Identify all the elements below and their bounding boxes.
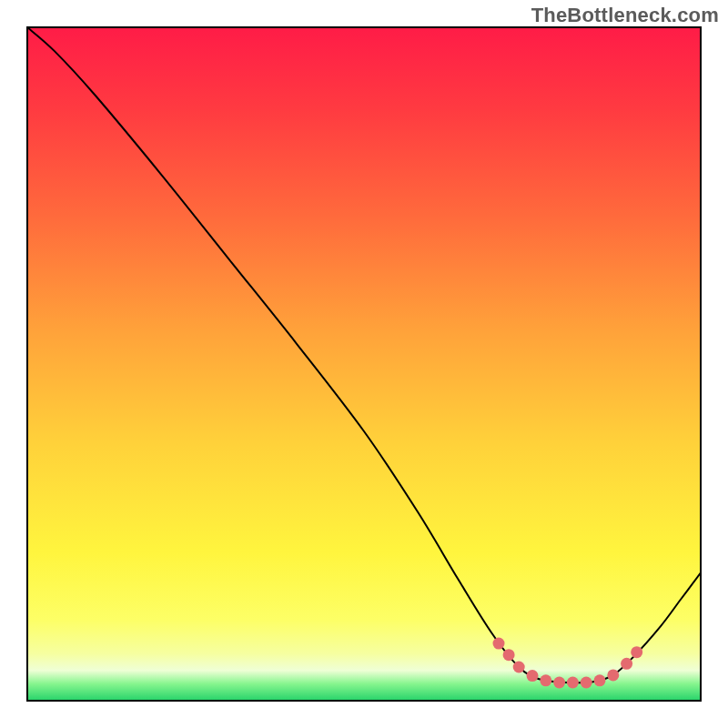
minimum-marker-dot — [621, 658, 632, 670]
minimum-marker-dot — [513, 662, 525, 673]
minimum-marker-dot — [581, 677, 592, 689]
chart-container: TheBottleneck.com — [0, 0, 728, 728]
minimum-marker-dot — [493, 638, 505, 650]
minimum-marker-dot — [594, 674, 606, 686]
minimum-marker-dot — [540, 674, 551, 686]
bottleneck-chart — [0, 0, 728, 728]
minimum-marker-dot — [567, 677, 579, 689]
minimum-marker-dot — [553, 677, 565, 689]
gradient-background — [27, 27, 701, 701]
minimum-marker-dot — [527, 670, 539, 682]
watermark-label: TheBottleneck.com — [531, 4, 719, 27]
minimum-marker-dot — [631, 646, 642, 658]
minimum-marker-dot — [607, 669, 619, 681]
minimum-marker-dot — [503, 649, 515, 661]
